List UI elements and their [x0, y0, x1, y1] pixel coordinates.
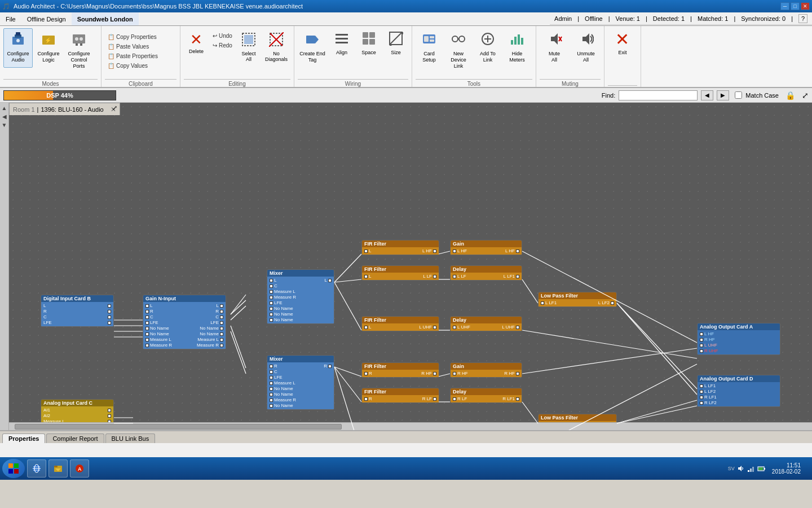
status-matched: Matched: 1 — [698, 15, 728, 22]
canvas-container[interactable]: Room 1 | 1396: BLU-160 - Audio ✕ ⤢ — [9, 103, 812, 430]
svg-line-76 — [617, 406, 697, 423]
block-mixer-l-body: LL C Measure L Measure R LFE No Name No … — [267, 277, 334, 323]
mute-all-button[interactable]: MuteAll — [540, 28, 569, 68]
properties-tab-blu-link-bus[interactable]: BLU Link Bus — [105, 433, 156, 443]
block-delay-l-uhf[interactable]: Delay L UHFL UHF — [450, 316, 522, 331]
block-fir-l-lf-body: LL LF — [362, 273, 439, 280]
block-gain-r-hf[interactable]: Gain R HFR HF — [450, 362, 522, 378]
find-expand-icon[interactable]: ⤢ — [802, 91, 809, 100]
select-all-button[interactable]: SelectAll — [236, 29, 261, 69]
menu-bar: File Offline Design Soundweb London — [0, 12, 550, 26]
block-fir-l-hf[interactable]: FIR Filter LL HF — [361, 240, 439, 255]
svg-rect-21 — [363, 32, 368, 38]
sidebar-arrow-mid[interactable]: ◀ — [2, 113, 7, 120]
block-gain-r-hf-body: R HFR HF — [451, 370, 522, 377]
block-mixer-l[interactable]: Mixer LL C Measure L Measure R LFE No Na… — [267, 269, 334, 324]
configure-control-ports-button[interactable]: Configure ControlPorts — [64, 28, 94, 72]
exit-icon: ✕ — [615, 31, 629, 48]
block-output-d[interactable]: Analog Output Card D L LF1 L LF2 R LF1 R… — [697, 375, 780, 407]
ribbon-group-tools: CardSetup NewDeviceLink — [412, 26, 536, 87]
sidebar-arrow-top[interactable]: ▲ — [2, 105, 7, 111]
taskbar-ie[interactable] — [27, 459, 46, 478]
match-case-label: Match Case — [745, 92, 779, 99]
svg-line-71 — [617, 303, 697, 395]
align-label: Align — [336, 50, 347, 55]
sidebar-arrow-bot[interactable]: ▼ — [2, 122, 7, 128]
create-end-tag-label: Create EndTag — [299, 51, 325, 63]
configure-audio-label: ConfigureAudio — [7, 51, 29, 63]
canvas-expand-icon[interactable]: ⤢ — [112, 104, 117, 112]
properties-tab-properties[interactable]: Properties — [2, 433, 45, 443]
minimize-button[interactable]: ─ — [780, 2, 789, 10]
block-delay-r-lf-body: R LFR LF1 — [451, 395, 522, 402]
align-button[interactable]: Align — [329, 28, 354, 68]
block-output-a[interactable]: Analog Output Card A L HF R HF L UHF R U… — [697, 323, 780, 355]
block-gain-n-input[interactable]: Gain N-Input LL RR CC LFELFE No NameNo N… — [143, 295, 226, 349]
taskbar-explorer[interactable] — [48, 459, 68, 478]
block-fir-r-lf[interactable]: FIR Filter RR LF — [361, 388, 439, 403]
configure-audio-button[interactable]: ConfigureAudio — [3, 28, 33, 68]
svg-line-56 — [334, 254, 361, 282]
sys-tray-sv: SV — [728, 466, 735, 471]
new-device-link-button[interactable]: NewDeviceLink — [445, 28, 472, 72]
block-fir-l-uhf[interactable]: FIR Filter LL UHF — [361, 316, 439, 331]
svg-line-57 — [334, 279, 361, 282]
status-help[interactable]: ? — [798, 14, 807, 23]
svg-rect-16 — [306, 36, 315, 43]
svg-text:⚡: ⚡ — [45, 37, 52, 44]
close-button[interactable]: ✕ — [801, 2, 810, 10]
menu-offline-design[interactable]: Offline Design — [21, 12, 72, 25]
canvas-breadcrumb-sep: | — [37, 106, 39, 113]
paste-properties-icon: 📋 — [108, 53, 114, 59]
create-end-tag-button[interactable]: Create EndTag — [298, 28, 327, 68]
copy-values-button[interactable]: 📋 Copy Values — [105, 62, 176, 70]
size-button[interactable]: Size — [383, 28, 408, 68]
no-diagonals-button[interactable]: NoDiagonals — [262, 29, 290, 69]
copy-properties-button[interactable]: 📋 Copy Properties — [105, 33, 176, 41]
menu-file[interactable]: File — [0, 12, 21, 25]
menu-soundweb-london[interactable]: Soundweb London — [72, 12, 139, 25]
block-delay-l-uhf-title: Delay — [451, 317, 522, 323]
find-prev-button[interactable]: ◀ — [701, 90, 713, 100]
space-label: Space — [361, 50, 376, 55]
taskbar-audio-architect[interactable]: A — [70, 459, 89, 478]
start-button[interactable] — [2, 459, 25, 478]
find-next-button[interactable]: ▶ — [717, 90, 729, 100]
block-mixer-l-title: Mixer — [267, 270, 334, 277]
block-fir-l-lf[interactable]: FIR Filter LL LF — [361, 265, 439, 281]
status-separator4: | — [690, 15, 692, 22]
hscroll-thumb[interactable] — [15, 424, 342, 430]
svg-rect-79 — [14, 463, 19, 468]
undo-button[interactable]: ↩ Undo — [210, 32, 235, 40]
block-mixer-r[interactable]: Mixer RR C LFE Measure L No Name No Name… — [267, 355, 334, 410]
canvas-scrollbar-horizontal[interactable] — [9, 422, 812, 430]
block-delay-l-lf[interactable]: Delay L LFL LF1 — [450, 265, 522, 281]
maximize-button[interactable]: □ — [791, 2, 800, 10]
paste-values-button[interactable]: 📋 Paste Values — [105, 42, 176, 51]
size-label: Size — [391, 50, 401, 55]
hide-meters-button[interactable]: HideMeters — [504, 28, 531, 68]
block-fir-r-hf[interactable]: FIR Filter RR HF — [361, 362, 439, 378]
block-delay-l-lf-body: L LFL LF1 — [451, 273, 522, 280]
exit-button[interactable]: ✕ Exit — [608, 28, 637, 68]
svg-rect-31 — [430, 36, 434, 38]
block-lpf-l[interactable]: Low Pass Filter L LF1L LF2 — [538, 292, 617, 307]
block-gain-l-hf[interactable]: Gain L HFL HF — [450, 240, 522, 255]
add-to-link-button[interactable]: Add ToLink — [474, 28, 501, 68]
unmute-all-label: UnmuteAll — [577, 51, 595, 63]
svg-rect-2 — [16, 32, 20, 36]
space-button[interactable]: Space — [356, 28, 381, 68]
properties-tab-compiler-report[interactable]: Compiler Report — [46, 433, 104, 443]
unmute-all-button[interactable]: UnmuteAll — [571, 28, 601, 68]
match-case-checkbox[interactable] — [735, 91, 742, 99]
delete-button[interactable]: ✕ Delete — [184, 29, 209, 69]
paste-properties-button[interactable]: 📋 Paste Properties — [105, 52, 176, 60]
card-setup-button[interactable]: CardSetup — [416, 28, 443, 68]
block-digital-input-b[interactable]: Digital Input Card B L R C LFE — [41, 295, 114, 327]
configure-control-ports-label: Configure ControlPorts — [66, 51, 92, 69]
redo-button[interactable]: ↪ Redo — [210, 41, 235, 50]
find-input[interactable] — [619, 90, 698, 100]
block-delay-r-lf[interactable]: Delay R LFR LF1 — [450, 388, 522, 403]
configure-logic-button[interactable]: ⚡ ConfigureLogic — [34, 28, 63, 68]
block-gain-l-hf-body: L HFL HF — [451, 247, 522, 255]
